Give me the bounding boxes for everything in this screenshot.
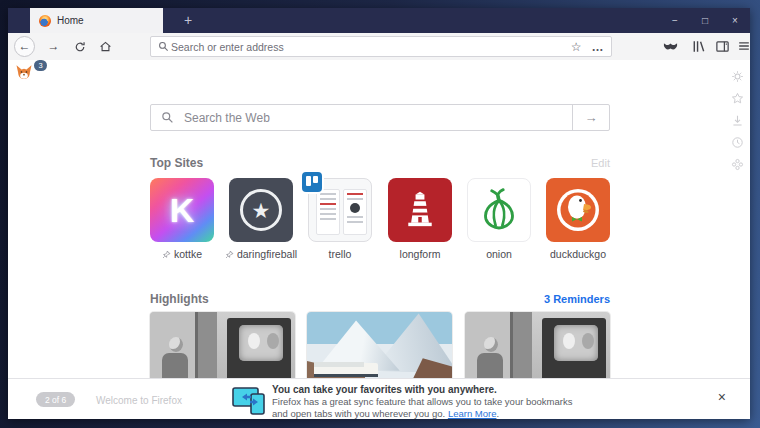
top-site-tile-trello[interactable] bbox=[308, 178, 372, 242]
settings-gear-icon[interactable] bbox=[731, 70, 744, 83]
duckduckgo-logo bbox=[554, 186, 602, 234]
sidebar-icon bbox=[715, 39, 730, 54]
top-site-tile-daringfireball[interactable]: ★ bbox=[229, 178, 293, 242]
highlights-title: Highlights bbox=[150, 292, 209, 306]
fox-notification-widget[interactable]: 3 bbox=[14, 62, 36, 84]
titlebar[interactable]: Home + − □ × bbox=[8, 8, 750, 33]
sidebar-toggle-button[interactable] bbox=[715, 39, 731, 55]
firefox-favicon-icon bbox=[39, 15, 51, 27]
menu-button[interactable] bbox=[737, 39, 753, 55]
page-search-input[interactable] bbox=[182, 110, 562, 126]
mask-icon bbox=[663, 41, 678, 53]
sync-devices-icon bbox=[232, 385, 268, 419]
library-button[interactable] bbox=[691, 39, 707, 55]
bookmark-star-rail-icon[interactable] bbox=[731, 92, 744, 105]
highlight-card[interactable] bbox=[307, 312, 452, 382]
mask-extension-button[interactable] bbox=[663, 39, 679, 55]
edit-top-sites-link[interactable]: Edit bbox=[591, 157, 610, 169]
top-site-tile-longform[interactable] bbox=[388, 178, 452, 242]
home-icon bbox=[99, 40, 112, 53]
search-icon bbox=[161, 111, 174, 124]
new-tab-page: 3 bbox=[8, 60, 750, 419]
highlight-card[interactable] bbox=[465, 312, 610, 382]
fox-icon bbox=[14, 62, 34, 82]
search-submit-button[interactable]: → bbox=[572, 105, 609, 130]
new-tab-button[interactable]: + bbox=[178, 11, 198, 30]
sync-notification-body-line1: Firefox has a great sync feature that al… bbox=[272, 396, 572, 408]
close-notification-button[interactable]: × bbox=[718, 390, 726, 404]
navigation-toolbar: ← → ☆ … bbox=[8, 33, 750, 61]
sync-notification-body-line2: and open tabs with you wherever you go. … bbox=[272, 408, 572, 419]
address-bar[interactable]: ☆ … bbox=[150, 36, 612, 57]
home-button[interactable] bbox=[95, 36, 116, 57]
top-sites-header: Top Sites Edit bbox=[150, 156, 610, 170]
minimize-button[interactable]: − bbox=[660, 8, 690, 33]
top-site-tile-duckduckgo[interactable] bbox=[546, 178, 610, 242]
top-site-tile-onion[interactable] bbox=[467, 178, 531, 242]
desktop-background: Home + − □ × ← → bbox=[0, 0, 760, 428]
sync-notification-text: You can take your favorites with you any… bbox=[272, 383, 572, 419]
download-icon[interactable] bbox=[731, 114, 744, 127]
hamburger-menu-icon bbox=[737, 39, 751, 53]
search-icon bbox=[158, 41, 169, 52]
page-actions-icon[interactable]: … bbox=[592, 40, 605, 54]
kottke-logo: K bbox=[170, 191, 195, 230]
welcome-text: Welcome to Firefox bbox=[96, 395, 182, 406]
top-sites-title: Top Sites bbox=[150, 156, 203, 170]
pinwheel-icon[interactable] bbox=[731, 158, 744, 171]
maximize-button[interactable]: □ bbox=[690, 8, 720, 33]
reload-button[interactable] bbox=[69, 36, 90, 57]
forward-button[interactable]: → bbox=[43, 36, 64, 57]
page-search-input-wrap bbox=[151, 105, 572, 130]
tab-title: Home bbox=[57, 15, 84, 26]
bookmark-star-icon[interactable]: ☆ bbox=[571, 40, 582, 54]
top-site-tile-kottke[interactable]: K bbox=[150, 178, 214, 242]
library-icon bbox=[691, 39, 706, 54]
back-button[interactable]: ← bbox=[14, 36, 35, 57]
onboarding-step-badge: 2 of 6 bbox=[36, 392, 75, 407]
reminders-link[interactable]: 3 Reminders bbox=[544, 293, 610, 305]
tab-home[interactable]: Home bbox=[30, 8, 163, 33]
close-window-button[interactable]: × bbox=[720, 8, 750, 33]
highlights-header: Highlights 3 Reminders bbox=[150, 292, 610, 306]
address-input[interactable] bbox=[169, 40, 571, 54]
learn-more-link[interactable]: Learn More bbox=[448, 408, 497, 419]
sync-notification-title: You can take your favorites with you any… bbox=[272, 383, 572, 396]
browser-window: Home + − □ × ← → bbox=[8, 8, 750, 419]
notification-count-badge: 3 bbox=[34, 60, 47, 71]
side-icon-rail bbox=[731, 70, 744, 171]
highlight-card[interactable] bbox=[150, 312, 295, 382]
lighthouse-icon bbox=[401, 189, 439, 231]
top-site-label-duckduckgo: duckduckgo bbox=[518, 248, 638, 260]
reload-icon bbox=[74, 41, 86, 53]
onion-icon bbox=[476, 187, 522, 233]
trello-logo bbox=[302, 172, 322, 192]
history-clock-icon[interactable] bbox=[731, 136, 744, 149]
page-search-bar[interactable]: → bbox=[150, 104, 610, 131]
daringfireball-logo: ★ bbox=[240, 189, 282, 231]
pin-icon bbox=[162, 250, 171, 259]
window-controls: − □ × bbox=[660, 8, 750, 33]
pin-icon bbox=[225, 250, 234, 259]
sync-notification-bar: 2 of 6 Welcome to Firefox You can take y… bbox=[8, 378, 750, 419]
